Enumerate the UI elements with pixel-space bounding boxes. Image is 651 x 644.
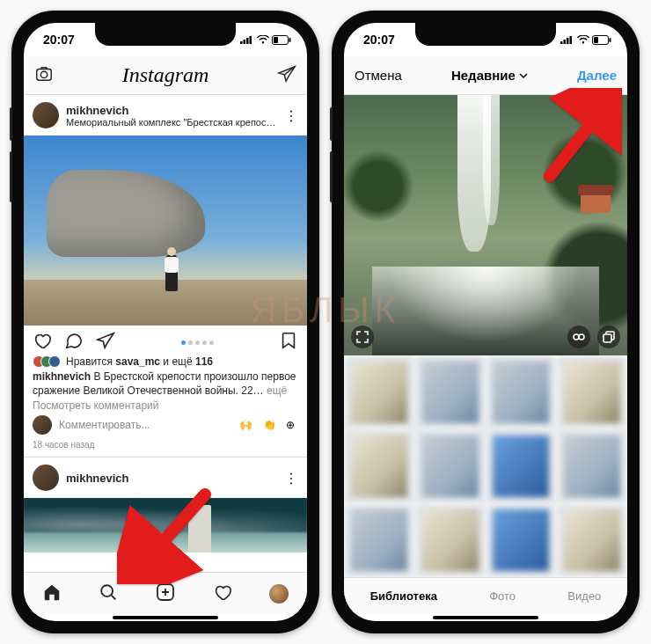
comment-icon[interactable] [64,331,84,354]
svg-rect-12 [564,40,567,44]
more-icon[interactable]: ⋯ [283,108,300,122]
svg-rect-7 [37,69,52,80]
caption-more[interactable]: ещё [267,384,287,397]
chevron-down-icon [519,71,528,80]
dm-icon[interactable] [277,64,296,87]
status-time: 20:07 [43,33,75,47]
picker-tab-photo[interactable]: Фото [489,589,516,603]
picker-tabs: Библиотека Фото Видео [344,577,627,614]
grid-thumb[interactable] [557,355,627,428]
svg-point-19 [579,334,584,340]
caption-user[interactable]: mikhnevich [33,370,91,383]
grid-thumb[interactable] [486,355,557,428]
album-label: Недавние [451,68,516,83]
share-icon[interactable] [96,331,115,354]
wifi-icon [257,35,269,44]
status-indicators [240,35,291,45]
picker-header: Отмена Недавние Далее [344,56,627,95]
notch [415,23,556,46]
svg-rect-11 [560,41,563,44]
comment-placeholder[interactable]: Комментировать... [59,419,232,431]
quick-emoji[interactable]: 🙌 👏 ⊕ [239,419,298,431]
grid-thumb[interactable] [344,429,414,502]
post-username[interactable]: mikhnevich [66,472,129,485]
next-button[interactable]: Далее [577,68,617,83]
photo-preview[interactable] [344,95,627,355]
svg-point-18 [574,334,579,340]
likes-row[interactable]: Нравится sava_mc и ещё 116 [24,355,307,368]
tab-search[interactable] [99,582,118,605]
camera-icon[interactable] [34,64,54,87]
tab-profile[interactable] [269,584,289,604]
grid-thumb[interactable] [415,355,486,428]
left-phone: 20:07 Instagram [11,11,319,633]
grid-thumb[interactable] [486,429,557,502]
svg-rect-1 [244,40,246,44]
post-caption[interactable]: mikhnevich В Брестской крепости произошл… [24,368,307,398]
post-username[interactable]: mikhnevich [66,104,277,117]
notch [95,23,236,46]
svg-rect-13 [567,38,569,44]
right-screen: 20:07 Отмена Недавние Далее [344,23,627,621]
grid-thumb[interactable] [557,429,627,502]
my-avatar [33,415,52,435]
post-image[interactable] [24,135,307,326]
boomerang-icon[interactable] [567,326,590,348]
album-selector[interactable]: Недавние [451,68,528,83]
svg-point-8 [40,71,47,77]
tab-bar [24,572,307,614]
svg-rect-6 [289,38,291,42]
likes-prefix: Нравится [66,355,113,368]
post-timestamp: 18 часов назад [24,438,307,457]
multi-select-icon[interactable] [597,326,620,348]
signal-icon [560,35,574,44]
ig-header: Instagram [24,56,307,95]
svg-rect-17 [610,38,611,42]
grid-thumb[interactable] [415,504,486,577]
post2-image[interactable] [24,498,307,553]
grid-thumb[interactable] [557,504,627,577]
post-actions [24,326,307,355]
tab-activity[interactable] [213,582,232,605]
like-icon[interactable] [33,331,52,354]
battery-icon [272,35,291,45]
photo-grid[interactable] [344,355,627,577]
grid-thumb[interactable] [344,355,414,428]
likes-count[interactable]: 116 [195,355,213,368]
svg-point-9 [101,585,113,596]
likes-name[interactable]: sava_mc [115,355,160,368]
cancel-button[interactable]: Отмена [355,68,402,83]
home-indicator [344,614,627,621]
instagram-logo: Instagram [122,63,209,87]
battery-icon [592,35,611,45]
svg-rect-0 [240,41,243,44]
save-icon[interactable] [279,331,298,354]
grid-thumb[interactable] [486,504,557,577]
post2-header[interactable]: mikhnevich ⋯ [24,457,307,498]
svg-rect-2 [246,38,249,44]
avatar[interactable] [33,102,59,128]
more-icon[interactable]: ⋯ [283,471,300,485]
tab-add[interactable] [155,582,176,606]
post-location[interactable]: Мемориальный комплекс "Брестская крепост… [66,117,277,128]
svg-rect-16 [594,37,598,43]
avatar[interactable] [33,465,59,491]
expand-icon[interactable] [351,326,374,348]
feed[interactable]: mikhnevich Мемориальный комплекс "Брестс… [24,95,307,572]
likes-and: и ещё [163,355,192,368]
status-time: 20:07 [363,33,395,47]
add-comment[interactable]: Комментировать... 🙌 👏 ⊕ [24,412,307,438]
post-header[interactable]: mikhnevich Мемориальный комплекс "Брестс… [24,95,307,135]
tab-home[interactable] [42,582,62,605]
signal-icon [240,35,254,44]
carousel-dots [128,340,267,345]
like-avatars [33,355,61,368]
home-indicator [24,614,307,621]
picker-tab-library[interactable]: Библиотека [370,589,437,603]
picker-tab-video[interactable]: Видео [567,589,601,603]
right-phone: 20:07 Отмена Недавние Далее [332,11,640,633]
grid-thumb[interactable] [344,504,414,577]
svg-rect-20 [603,334,611,342]
grid-thumb[interactable] [415,429,486,502]
view-comments[interactable]: Посмотреть комментарий [24,398,307,412]
